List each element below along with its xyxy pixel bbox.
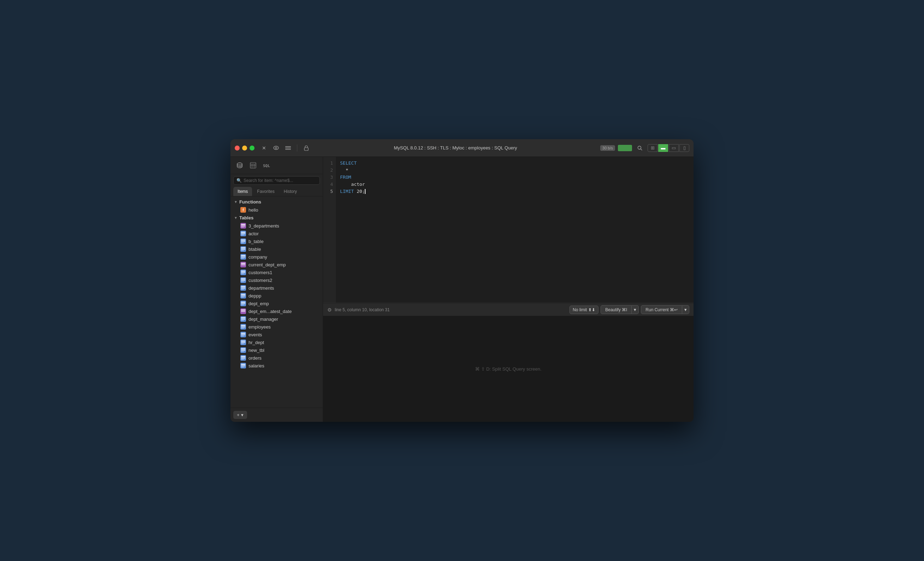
svg-rect-67	[241, 359, 244, 360]
list-item[interactable]: deppp	[231, 292, 323, 299]
sidebar-top-icons: SQL	[231, 157, 323, 174]
split-view-button[interactable]: ▬	[658, 144, 668, 152]
table-name: company	[249, 254, 267, 260]
list-item[interactable]: current_dept_emp	[231, 261, 323, 268]
table-icon-grid	[240, 363, 246, 368]
speed-graph	[618, 145, 632, 151]
list-item[interactable]: salaries	[231, 362, 323, 370]
svg-rect-34	[241, 272, 245, 273]
list-item[interactable]: hr_dept	[231, 338, 323, 346]
table-name: new_tbl	[249, 348, 264, 353]
table-icon-grid	[240, 293, 246, 299]
gear-icon[interactable]: ⚙	[327, 307, 332, 313]
tables-section-header[interactable]: ▼ Tables	[231, 214, 323, 222]
svg-rect-66	[241, 358, 245, 359]
search-input[interactable]	[243, 178, 317, 183]
list-item[interactable]: f hello	[231, 206, 323, 214]
list-item[interactable]: customers1	[231, 268, 323, 276]
table-name: customers1	[249, 270, 272, 275]
functions-section-header[interactable]: ▼ Functions	[231, 198, 323, 206]
table-icon-grid	[240, 301, 246, 306]
list-item[interactable]: btable	[231, 245, 323, 253]
svg-rect-63	[241, 350, 245, 351]
sidebar-db-icon[interactable]	[234, 160, 245, 171]
lock-icon-button[interactable]	[302, 144, 311, 153]
code-line-5: LIMIT 20;	[340, 188, 689, 195]
list-item[interactable]: dept_em...atest_date	[231, 307, 323, 315]
run-current-button[interactable]: Run Current ⌘↩	[641, 305, 682, 314]
list-icon-button[interactable]	[284, 144, 292, 153]
chevron-down-icon: ▼	[234, 200, 237, 204]
svg-rect-38	[241, 281, 244, 282]
list-item[interactable]: actor	[231, 230, 323, 237]
status-bar: ⚙ line 5, column 10, location 31 No limi…	[323, 303, 693, 316]
list-item[interactable]: dept_manager	[231, 315, 323, 323]
svg-rect-51	[241, 319, 245, 320]
minimize-button[interactable]	[242, 145, 247, 151]
svg-rect-18	[241, 227, 244, 227]
list-item[interactable]: departments	[231, 284, 323, 292]
code-editor[interactable]: SELECT * FROM actor LIMIT 20;	[336, 157, 693, 303]
svg-rect-57	[241, 334, 245, 335]
svg-rect-43	[241, 295, 245, 296]
list-item[interactable]: events	[231, 331, 323, 338]
run-dropdown[interactable]: ▾	[682, 305, 689, 314]
tables-label: Tables	[239, 215, 254, 220]
list-item[interactable]: b_table	[231, 237, 323, 245]
beautify-button[interactable]: Beautify ⌘I	[601, 305, 632, 314]
table-icon-purple	[240, 223, 246, 229]
list-item[interactable]: employees	[231, 323, 323, 331]
list-item[interactable]: company	[231, 253, 323, 261]
list-item[interactable]: 3_departments	[231, 222, 323, 230]
search-bar: 🔍	[233, 176, 320, 185]
stop-icon-button[interactable]: ✕	[260, 144, 268, 153]
table-name: salaries	[249, 363, 264, 368]
list-item[interactable]: orders	[231, 354, 323, 362]
svg-rect-56	[241, 333, 245, 334]
search-button[interactable]	[635, 143, 645, 153]
svg-rect-31	[241, 263, 245, 264]
svg-rect-36	[241, 278, 245, 280]
window-title: MySQL 8.0.12 : SSH : TLS : Myloc : emplo…	[314, 145, 597, 151]
add-item-button[interactable]: + ▾	[233, 411, 247, 419]
table-icon-grid	[240, 254, 246, 260]
svg-rect-20	[241, 233, 245, 234]
titlebar: ✕ MySQL 8.0.12 : SSH : TLS : Myloc : emp…	[231, 139, 693, 157]
table-icon-purple	[240, 308, 246, 314]
main-layout: SQL 🔍 Items Favorites History ▼ Function…	[231, 157, 693, 422]
svg-text:SQL: SQL	[263, 163, 270, 168]
svg-rect-54	[241, 326, 245, 328]
list-item[interactable]: new_tbl	[231, 346, 323, 354]
svg-point-0	[274, 146, 279, 150]
grid-view-button[interactable]: ⊞	[648, 144, 657, 152]
tab-favorites[interactable]: Favorites	[253, 187, 279, 196]
svg-rect-27	[241, 250, 244, 251]
panel-view-button[interactable]: ▯	[680, 144, 689, 152]
position-text: line 5, column 10, location 31	[335, 307, 567, 312]
beautify-dropdown[interactable]: ▾	[632, 305, 639, 314]
app-window: ✕ MySQL 8.0.12 : SSH : TLS : Myloc : emp…	[231, 139, 693, 422]
close-button[interactable]	[235, 145, 240, 151]
eye-icon-button[interactable]	[272, 144, 280, 153]
table-name: hr_dept	[249, 340, 264, 345]
svg-rect-3	[285, 148, 291, 148]
table-icon-grid	[240, 285, 246, 291]
sidebar-sql-icon[interactable]: SQL	[261, 160, 272, 171]
maximize-button[interactable]	[249, 145, 255, 151]
list-item[interactable]: customers2	[231, 276, 323, 284]
tab-items[interactable]: Items	[233, 187, 252, 196]
svg-rect-44	[241, 297, 244, 298]
tab-history[interactable]: History	[280, 187, 301, 196]
svg-rect-16	[241, 224, 245, 225]
svg-rect-41	[241, 289, 244, 290]
line-number-active: 5	[330, 188, 333, 195]
table-icon-purple	[240, 262, 246, 268]
svg-rect-61	[241, 343, 244, 344]
no-limit-dropdown[interactable]: No limit ⬆⬇	[570, 305, 598, 314]
sidebar: SQL 🔍 Items Favorites History ▼ Function…	[231, 157, 323, 422]
functions-label: Functions	[239, 199, 261, 205]
sidebar-table-icon[interactable]	[248, 160, 259, 171]
list-item[interactable]: dept_emp	[231, 299, 323, 307]
full-view-button[interactable]: ▭	[669, 144, 679, 152]
run-group: Run Current ⌘↩ ▾	[641, 305, 689, 314]
